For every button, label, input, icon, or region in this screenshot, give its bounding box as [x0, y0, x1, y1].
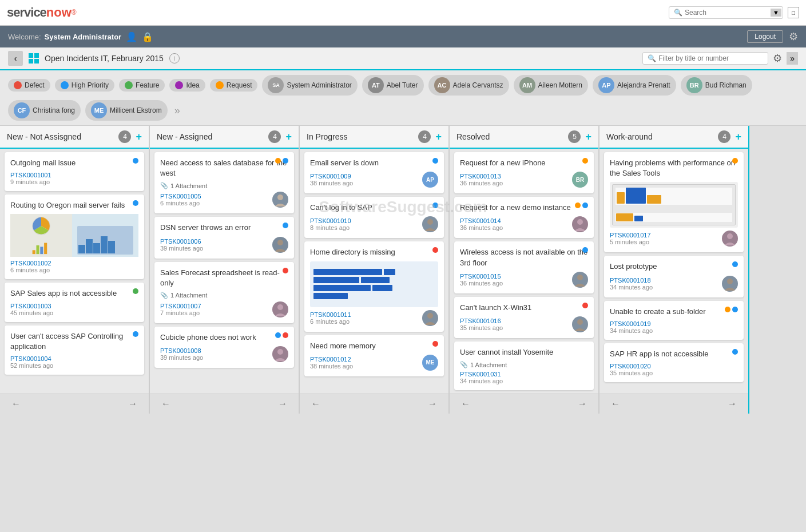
- card-ptsk0001006[interactable]: DSN server throws an error PTSK0001006 3…: [154, 217, 294, 258]
- svg-rect-1: [32, 250, 35, 254]
- settings-gear-icon[interactable]: ⚙: [789, 30, 798, 43]
- card-ptsk0001003[interactable]: SAP Sales app is not accessible PTSK0001…: [5, 283, 144, 321]
- info-icon[interactable]: i: [169, 53, 180, 63]
- column-add-button[interactable]: +: [136, 131, 142, 143]
- board-settings-gear-icon[interactable]: ⚙: [773, 52, 782, 65]
- filter-bar[interactable]: 🔍: [642, 52, 768, 65]
- card-status-dots: [582, 158, 588, 164]
- card-ptsk0001014[interactable]: Request for a new demo instance PTSK0001…: [454, 197, 594, 238]
- person-bud[interactable]: BR Bud Richman: [681, 75, 752, 96]
- card-ticket-id[interactable]: PTSK0001007: [160, 303, 201, 309]
- scroll-right-button[interactable]: →: [723, 398, 741, 410]
- card-ptsk0001007[interactable]: Sales Forecast spreadsheet is read-only …: [154, 262, 294, 323]
- card-ticket-id[interactable]: PTSK0001006: [160, 238, 203, 245]
- card-ticket-id[interactable]: PTSK0001011: [310, 311, 351, 318]
- label-idea[interactable]: Idea: [169, 79, 205, 92]
- card-status-dots: [732, 158, 738, 164]
- card-ticket-id[interactable]: PTSK0001008: [160, 347, 203, 354]
- card-ticket-id[interactable]: PTSK0001013: [460, 173, 503, 180]
- label-request[interactable]: Request: [210, 79, 258, 92]
- card-ticket-id[interactable]: PTSK0001020: [610, 363, 653, 370]
- adela-avatar: AC: [434, 77, 450, 93]
- card-ticket-id[interactable]: PTSK0001014: [460, 217, 503, 224]
- person-christina[interactable]: CF Christina fong: [8, 100, 81, 121]
- scroll-right-button[interactable]: →: [124, 398, 142, 410]
- column-add-button[interactable]: +: [585, 131, 591, 143]
- card-ptsk0001020[interactable]: SAP HR app is not accessible PTSK0001020…: [604, 343, 744, 382]
- filter-input-field[interactable]: [658, 54, 761, 62]
- card-ticket-id[interactable]: PTSK0001003: [10, 303, 53, 309]
- scroll-left-button[interactable]: ←: [307, 398, 325, 410]
- card-ticket-id[interactable]: PTSK0001031: [460, 371, 503, 378]
- column-add-button[interactable]: +: [285, 131, 292, 143]
- svg-point-13: [577, 319, 583, 325]
- logout-button[interactable]: Logout: [747, 30, 783, 43]
- status-dot-blue: [283, 158, 288, 164]
- card-ticket-id[interactable]: PTSK0001012: [310, 356, 353, 363]
- search-input[interactable]: [685, 9, 771, 17]
- card-ptsk0001019[interactable]: Unable to create a sub-folder PTSK000101…: [604, 301, 744, 340]
- person-millicent[interactable]: ME Millicent Ekstrom: [85, 100, 168, 121]
- card-ptsk0001004[interactable]: User can't access SAP Controlling applic…: [5, 325, 144, 375]
- card-meta: PTSK0001016 35 minutes ago: [460, 316, 588, 332]
- card-ticket-id[interactable]: PTSK0001005: [160, 193, 201, 200]
- card-ticket-id[interactable]: PTSK0001001: [10, 172, 51, 178]
- column-header-resolved: Resolved 5 +: [450, 126, 598, 149]
- person-abel-tuter[interactable]: AT Abel Tuter: [362, 75, 424, 96]
- scroll-left-button[interactable]: ←: [456, 398, 475, 410]
- user-icon[interactable]: 👤: [126, 31, 137, 42]
- card-ptsk0001017[interactable]: Having problems with performance on the …: [604, 152, 744, 252]
- label-feature[interactable]: Feature: [119, 79, 165, 92]
- card-ticket-id[interactable]: PTSK0001004: [10, 355, 53, 362]
- card-ticket-id[interactable]: PTSK0001018: [610, 277, 653, 284]
- card-ptsk0001002[interactable]: Routing to Oregon mail server fails: [5, 194, 144, 279]
- label-defect[interactable]: Defect: [8, 79, 50, 92]
- card-ptsk0001013[interactable]: Request for a new iPhone PTSK0001013 36 …: [454, 152, 594, 193]
- card-ptsk0001010[interactable]: Can't log in to SAP PTSK0001010 8 minute…: [304, 197, 444, 238]
- nav-back-button[interactable]: ‹: [8, 51, 23, 66]
- card-title: Unable to create a sub-folder: [610, 307, 738, 317]
- scroll-left-button[interactable]: ←: [606, 398, 625, 410]
- collapse-button[interactable]: »: [787, 52, 798, 65]
- card-ptsk0001009[interactable]: Email server is down PTSK0001009 38 minu…: [304, 152, 444, 193]
- status-dot-orange: [575, 203, 581, 208]
- label-bar-collapse-icon[interactable]: »: [172, 105, 182, 117]
- scroll-left-button[interactable]: ←: [157, 398, 175, 410]
- search-bar[interactable]: 🔍 ▼: [669, 6, 783, 19]
- card-ticket-id[interactable]: PTSK0001017: [610, 232, 651, 239]
- person-adela[interactable]: AC Adela Cervantsz: [428, 75, 509, 96]
- scroll-right-button[interactable]: →: [273, 398, 292, 410]
- card-time: 5 minutes ago: [610, 239, 651, 245]
- card-ptsk0001005[interactable]: Need access to sales database for the we…: [154, 152, 294, 213]
- column-add-button[interactable]: +: [735, 131, 741, 143]
- card-ptsk0001016[interactable]: Can't launch X-Win31 PTSK0001016 35 minu…: [454, 297, 594, 338]
- status-dot-blue: [133, 200, 138, 206]
- card-ptsk0001011[interactable]: Home directory is missing PTSK0001011 6 …: [304, 241, 444, 331]
- search-dropdown-btn[interactable]: ▼: [771, 9, 781, 17]
- card-ticket-id[interactable]: PTSK0001002: [10, 260, 51, 267]
- status-dot-blue: [133, 158, 138, 164]
- view-toggle[interactable]: [29, 53, 39, 63]
- card-ticket-id[interactable]: PTSK0001016: [460, 317, 503, 324]
- card-ticket-id[interactable]: PTSK0001010: [310, 217, 351, 224]
- card-ticket-id[interactable]: PTSK0001019: [610, 320, 653, 327]
- card-ptsk0001031[interactable]: User cannot install Yosemite 📎 1 Attachm…: [454, 342, 594, 390]
- person-aileen[interactable]: AM Aileen Mottern: [514, 75, 588, 96]
- person-alejandra[interactable]: AP Alejandra Prenatt: [593, 75, 676, 96]
- card-ptsk0001012[interactable]: Need more memory PTSK0001012 38 minutes …: [304, 335, 444, 376]
- card-ptsk0001008[interactable]: Cubicle phone does not work PTSK0001008 …: [154, 327, 294, 368]
- scroll-left-button[interactable]: ←: [7, 398, 25, 410]
- card-ticket-id[interactable]: PTSK0001015: [460, 273, 503, 280]
- window-minimize-icon[interactable]: □: [788, 7, 799, 18]
- card-ptsk0001015[interactable]: Wireless access is not available on the …: [454, 241, 594, 293]
- card-ptsk0001018[interactable]: Lost prototype PTSK0001018 34 minutes ag…: [604, 256, 744, 297]
- scroll-right-button[interactable]: →: [573, 398, 591, 410]
- svg-point-5: [277, 194, 283, 200]
- column-add-button[interactable]: +: [435, 131, 442, 143]
- person-sys-admin[interactable]: SA System Administrator: [262, 75, 357, 96]
- card-ptsk0001001[interactable]: Outgoing mail issue PTSK0001001 9 minute…: [5, 152, 144, 191]
- scroll-right-button[interactable]: →: [423, 398, 442, 410]
- label-high-priority[interactable]: High Priority: [55, 79, 114, 92]
- card-ticket-id[interactable]: PTSK0001009: [310, 173, 353, 180]
- lock-icon[interactable]: 🔒: [142, 31, 153, 42]
